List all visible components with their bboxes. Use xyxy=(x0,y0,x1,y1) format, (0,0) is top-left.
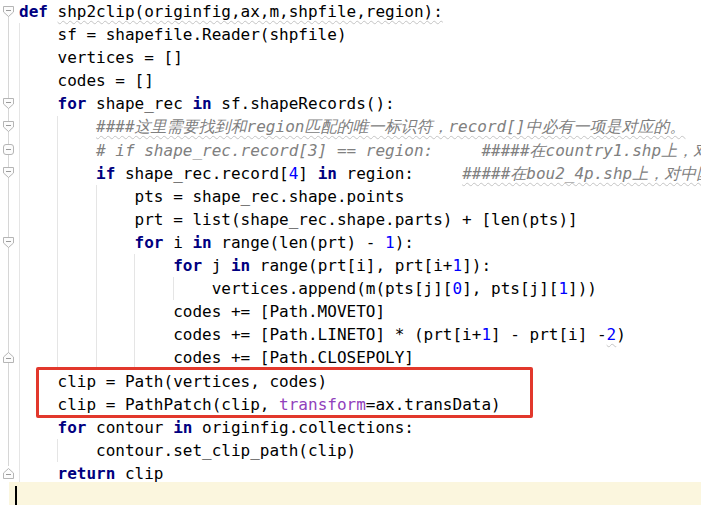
code-line[interactable]: for shape_rec in sf.shapeRecords(): xyxy=(0,92,701,115)
code-line[interactable]: codes += [Path.LINETO] * (prt[i+1] - prt… xyxy=(0,323,701,346)
text-caret xyxy=(15,486,17,506)
code-line[interactable]: contour.set_clip_path(clip) xyxy=(0,439,701,462)
fold-marker-icon[interactable] xyxy=(2,143,15,156)
code-token: 1 xyxy=(385,233,395,252)
code-token: i xyxy=(164,233,193,252)
code-token: ] - prt[i] - xyxy=(491,325,607,344)
code-token: range(len(prt) - xyxy=(212,233,385,252)
code-token: codes = [] xyxy=(19,71,154,90)
code-token xyxy=(19,164,96,183)
code-token: 1 xyxy=(481,325,491,344)
code-token: ], pts[j][ xyxy=(462,279,558,298)
code-token: range(prt[i], prt[i+ xyxy=(250,256,452,275)
code-token: shape_rec xyxy=(86,94,192,113)
code-line[interactable]: pts = shape_rec.shape.points xyxy=(0,185,701,208)
code-line[interactable]: vertices.append(m(pts[j][0], pts[j][1])) xyxy=(0,277,701,300)
code-token: clip xyxy=(115,464,163,483)
code-token: ) xyxy=(616,325,626,344)
code-line[interactable]: # if shape_rec.record[3] == region: ####… xyxy=(0,139,701,162)
code-token: =ax.transData) xyxy=(366,395,501,414)
code-line[interactable]: vertices = [] xyxy=(0,46,701,69)
code-token: codes += [Path.CLOSEPOLY] xyxy=(19,348,414,367)
fold-marker-icon[interactable] xyxy=(2,236,15,249)
code-token: for xyxy=(58,94,87,113)
code-token xyxy=(19,141,96,160)
code-token: def xyxy=(19,2,58,21)
code-token: 4 xyxy=(289,164,299,183)
code-token: j xyxy=(202,256,231,275)
code-token: return xyxy=(58,464,116,483)
code-token: codes += [Path.LINETO] * (prt[i+ xyxy=(19,325,481,344)
code-token: sf.shapeRecords(): xyxy=(212,94,395,113)
code-token: transform xyxy=(279,395,366,414)
code-token: for xyxy=(173,256,202,275)
code-editor: def shp2clip(originfig,ax,m,shpfile,regi… xyxy=(0,0,701,508)
code-token: 2 xyxy=(607,325,617,344)
code-line[interactable]: for contour in originfig.collections: xyxy=(0,416,701,439)
code-line[interactable]: codes = [] xyxy=(0,69,701,92)
code-token: for xyxy=(58,418,87,437)
code-token xyxy=(19,117,96,136)
code-token xyxy=(19,94,58,113)
code-token: codes += [Path.MOVETO] xyxy=(19,302,385,321)
code-token: #####在bou2_4p.shp上，对中国 xyxy=(462,164,701,183)
code-area[interactable]: def shp2clip(originfig,ax,m,shpfile,regi… xyxy=(0,0,701,508)
code-token: pts = shape_rec.shape.points xyxy=(19,187,404,206)
fold-marker-icon[interactable] xyxy=(2,120,15,133)
code-token: shape_rec.record[ xyxy=(115,164,288,183)
code-token: ####这里需要找到和region匹配的唯一标识符，record[]中必有一项是… xyxy=(96,117,685,136)
code-token xyxy=(19,418,58,437)
code-token: ]): xyxy=(462,256,491,275)
code-line[interactable]: ####这里需要找到和region匹配的唯一标识符，record[]中必有一项是… xyxy=(0,115,701,138)
code-token: originfig.collections: xyxy=(192,418,414,437)
code-token xyxy=(19,464,58,483)
code-token: if xyxy=(96,164,115,183)
code-line[interactable]: sf = shapefile.Reader(shpfile) xyxy=(0,23,701,46)
code-token: in xyxy=(173,418,192,437)
code-line[interactable]: for j in range(prt[i], prt[i+1]): xyxy=(0,254,701,277)
code-token: clip = PathPatch(clip, xyxy=(19,395,279,414)
code-line[interactable]: clip = PathPatch(clip, transform=ax.tran… xyxy=(0,393,701,416)
fold-marker-icon[interactable] xyxy=(2,467,15,480)
code-line[interactable]: return clip xyxy=(0,462,701,485)
code-token: vertices.append(m(pts[j][ xyxy=(19,279,452,298)
fold-marker-icon[interactable] xyxy=(2,166,15,179)
code-token: region: xyxy=(337,164,462,183)
code-line[interactable]: def shp2clip(originfig,ax,m,shpfile,regi… xyxy=(0,0,701,23)
code-token xyxy=(19,233,135,252)
code-token: ] xyxy=(298,164,317,183)
code-token: ])) xyxy=(568,279,597,298)
fold-marker-icon[interactable] xyxy=(2,351,15,364)
code-token: 1 xyxy=(453,256,463,275)
code-token: clip = Path(vertices, codes) xyxy=(19,372,327,391)
code-token: 1 xyxy=(558,279,568,298)
code-line[interactable]: for i in range(len(prt) - 1): xyxy=(0,231,701,254)
code-token: prt = list(shape_rec.shape.parts) + [len… xyxy=(19,210,578,229)
fold-marker-icon[interactable] xyxy=(2,97,15,110)
code-token xyxy=(19,256,173,275)
code-line[interactable]: clip = Path(vertices, codes) xyxy=(0,370,701,393)
code-token: ): xyxy=(395,233,414,252)
code-token: vertices = [] xyxy=(19,48,183,67)
code-line[interactable]: prt = list(shape_rec.shape.parts) + [len… xyxy=(0,208,701,231)
code-token: in xyxy=(192,233,211,252)
code-token: in xyxy=(192,94,211,113)
code-token: # if shape_rec.record[3] == region: ####… xyxy=(96,141,701,160)
code-line[interactable] xyxy=(0,485,701,508)
code-line[interactable]: codes += [Path.MOVETO] xyxy=(0,300,701,323)
code-token: contour xyxy=(86,418,173,437)
fold-marker-icon[interactable] xyxy=(2,5,15,18)
code-line[interactable]: codes += [Path.CLOSEPOLY] xyxy=(0,346,701,369)
code-token: sf = shapefile.Reader(shpfile) xyxy=(19,25,347,44)
code-token: 0 xyxy=(452,279,462,298)
code-line[interactable]: if shape_rec.record[4] in region: #####在… xyxy=(0,162,701,185)
code-token: in xyxy=(231,256,250,275)
code-token: in xyxy=(318,164,337,183)
code-token: shp2clip(originfig,ax,m,shpfile,region): xyxy=(58,2,443,21)
code-token: for xyxy=(135,233,164,252)
code-token: contour.set_clip_path(clip) xyxy=(19,441,356,460)
